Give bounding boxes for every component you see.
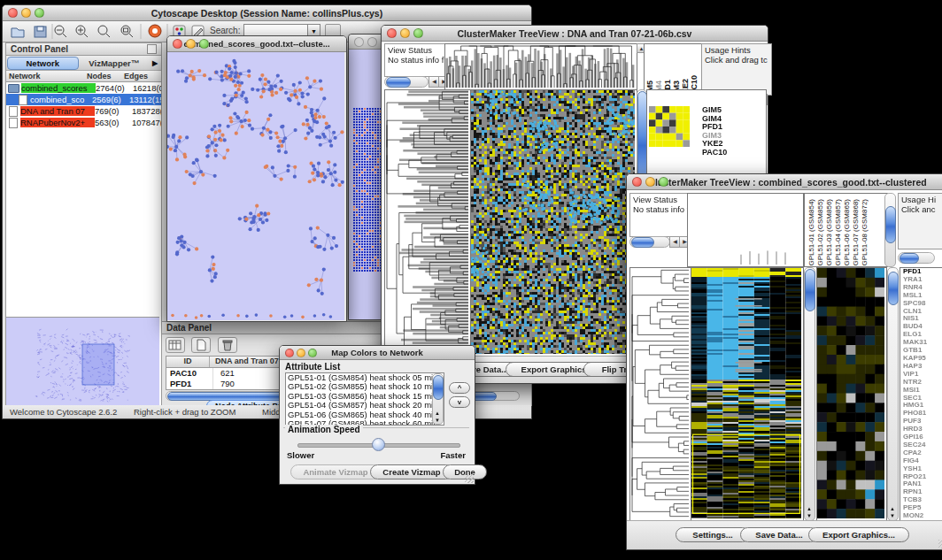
- tv2-gene-labels[interactable]: PFD1YRA1RNR4MSL1SPC98CLN1NIS1BUD4ELG1MAK…: [900, 267, 942, 521]
- tv2-column-dendrogram[interactable]: [687, 193, 804, 267]
- tab-overflow-arrow-icon[interactable]: ▶: [149, 59, 161, 67]
- tv2-column-label[interactable]: GPL51-07 (GSM868): [852, 199, 860, 266]
- tab-network[interactable]: Network: [7, 57, 79, 70]
- tv1-row-label[interactable]: PAC10: [702, 149, 727, 157]
- zoom-button[interactable]: [199, 39, 209, 49]
- control-panel-header: Control Panel: [6, 43, 161, 56]
- tv2-settings-button[interactable]: Settings...: [676, 527, 750, 542]
- tab-vizmapper[interactable]: VizMapper™: [80, 58, 150, 68]
- col-edges[interactable]: Edges: [124, 72, 161, 81]
- tv1-row-dendrogram[interactable]: [384, 89, 471, 357]
- network-table-header[interactable]: Network Nodes Edges: [6, 71, 161, 82]
- close-button[interactable]: [354, 37, 364, 47]
- delete-attribute-icon[interactable]: [218, 337, 237, 353]
- close-button[interactable]: [173, 39, 182, 49]
- speed-slider-thumb[interactable]: [372, 438, 385, 451]
- minimize-button[interactable]: [186, 39, 196, 49]
- open-folder-icon: [12, 28, 24, 37]
- tv2-column-labels[interactable]: GPL51-01 (GSM854)GPL51-02 (GSM855)GPL51-…: [804, 193, 888, 267]
- tv2-column-label[interactable]: GPL51-02 (GSM855): [816, 199, 824, 266]
- zoom-button[interactable]: [659, 177, 668, 187]
- tv2-hints-hscrollbar[interactable]: [898, 252, 935, 264]
- network-table-row[interactable]: RNAPuberNov2+563(0)107847(0): [6, 117, 161, 128]
- network-overview-canvas[interactable]: [6, 318, 159, 409]
- search-label: Search:: [210, 26, 240, 35]
- minimize-button[interactable]: [645, 177, 655, 187]
- control-panel: Control Panel Network VizMapper™ ▶ Netwo…: [5, 42, 162, 410]
- tv2-row-dendrogram[interactable]: [629, 267, 691, 521]
- map-colors-dialog: Map Colors to Network Attribute List GPL…: [279, 345, 475, 485]
- document-icon: [19, 95, 27, 105]
- tv1-row-labels[interactable]: GIM5GIM4PFD1GIM3YKE2PAC10: [702, 106, 727, 157]
- tv1-status-hscrollbar[interactable]: [384, 76, 429, 88]
- close-button[interactable]: [632, 177, 642, 187]
- tv2-column-label[interactable]: GPL51-03 (GSM856): [825, 199, 833, 266]
- network-view-canvas-2[interactable]: [349, 50, 384, 319]
- help-lifering-icon: [149, 25, 161, 37]
- animate-vizmap-button[interactable]: Animate Vizmap: [290, 464, 381, 479]
- network-view-canvas[interactable]: [167, 52, 344, 320]
- new-attribute-icon[interactable]: [191, 337, 211, 353]
- col-network[interactable]: Network: [6, 72, 87, 81]
- control-panel-title: Control Panel: [11, 44, 68, 54]
- tv2-collabel-vscrollbar[interactable]: [884, 193, 896, 267]
- slower-label: Slower: [287, 450, 314, 460]
- tv1-column-dendrogram[interactable]: [444, 43, 637, 90]
- treeview2-title: ClusterMaker TreeView : combined_scores_…: [627, 177, 942, 188]
- move-up-button[interactable]: ^: [449, 382, 470, 394]
- network-table-row[interactable]: DNA and Tran 07769(0)183728(0): [6, 105, 161, 117]
- zoom-button[interactable]: [35, 8, 44, 18]
- close-button[interactable]: [285, 349, 294, 357]
- network-table-row[interactable]: combined_sco2569(6)13112(15): [6, 94, 161, 105]
- create-vizmap-button[interactable]: Create Vizmap: [370, 464, 453, 479]
- network-overview-panel[interactable]: [6, 317, 159, 409]
- tv2-save-data-button[interactable]: Save Data...: [740, 527, 818, 542]
- network-table-body: combined_scores2764(0)16218(0)combined_s…: [6, 82, 161, 128]
- tv2-column-label[interactable]: GPL51-01 (GSM854): [807, 199, 815, 266]
- minimize-button[interactable]: [21, 8, 31, 18]
- treeview1-title: ClusterMaker TreeView : DNA and Tran 07-…: [382, 28, 768, 39]
- tv2-column-label[interactable]: GPL51-04 (GSM857): [834, 199, 842, 266]
- select-attributes-icon[interactable]: [166, 337, 185, 353]
- network-table-row[interactable]: combined_scores2764(0)16218(0): [6, 82, 161, 94]
- network-window-2[interactable]: [348, 34, 385, 320]
- network-window-1[interactable]: combined_scores_good.txt--cluste...: [166, 35, 347, 322]
- tv2-genelist-vscrollbar[interactable]: ▲ ▼: [887, 267, 899, 521]
- close-button[interactable]: [387, 28, 397, 38]
- faster-label: Faster: [440, 450, 466, 460]
- minimize-button[interactable]: [297, 349, 305, 357]
- main-titlebar[interactable]: Cytoscape Desktop (Session Name: collins…: [3, 5, 531, 21]
- minimize-button[interactable]: [367, 37, 377, 47]
- status-welcome: Welcome to Cytoscape 2.6.2: [10, 407, 117, 417]
- tv2-usage-hints: Usage HiClick anc: [898, 193, 942, 249]
- tv2-zoom-heatmap[interactable]: [816, 267, 887, 521]
- minimize-button[interactable]: [400, 28, 410, 38]
- attribute-list-vscrollbar[interactable]: ▲ ▼: [432, 373, 444, 425]
- desktop: Cytoscape Desktop (Session Name: collins…: [0, 0, 942, 560]
- tv2-heatmap-vscrollbar[interactable]: ▲ ▼: [804, 267, 815, 521]
- document-icon: [9, 118, 18, 128]
- save-icon: [35, 27, 46, 37]
- tv2-column-label[interactable]: GPL51-06 (GSM865): [843, 199, 851, 266]
- tv2-status-hscrollbar[interactable]: [629, 236, 670, 248]
- attr-col-id[interactable]: ID: [166, 357, 210, 367]
- tv2-global-heatmap[interactable]: [691, 267, 804, 521]
- tv1-global-heatmap[interactable]: [470, 89, 637, 357]
- col-nodes[interactable]: Nodes: [87, 72, 124, 81]
- tv1-zoom-heatmap[interactable]: [649, 106, 690, 147]
- float-panel-icon[interactable]: [147, 44, 157, 54]
- zoom-button[interactable]: [413, 28, 423, 38]
- window-controls[interactable]: [8, 8, 44, 18]
- close-button[interactable]: [8, 8, 18, 18]
- zoom-button[interactable]: [308, 349, 317, 357]
- attribute-list-label: Attribute List: [285, 362, 340, 372]
- control-panel-tabs: Network VizMapper™ ▶: [6, 56, 161, 71]
- tv2-column-label[interactable]: GPL51-08 (GSM872): [861, 199, 869, 266]
- gene-label[interactable]: MON2: [903, 512, 942, 520]
- move-down-button[interactable]: v: [449, 396, 470, 408]
- animation-speed-label: Animation Speed: [285, 425, 363, 434]
- attribute-listbox[interactable]: GPL51-01 (GSM854) heat shock 05 minGPL51…: [285, 372, 444, 426]
- tv2-export-graphics-button[interactable]: Export Graphics...: [808, 527, 909, 542]
- status-hint-zoom: Right-click + drag to ZOOM: [134, 407, 236, 417]
- document-icon: [9, 106, 18, 117]
